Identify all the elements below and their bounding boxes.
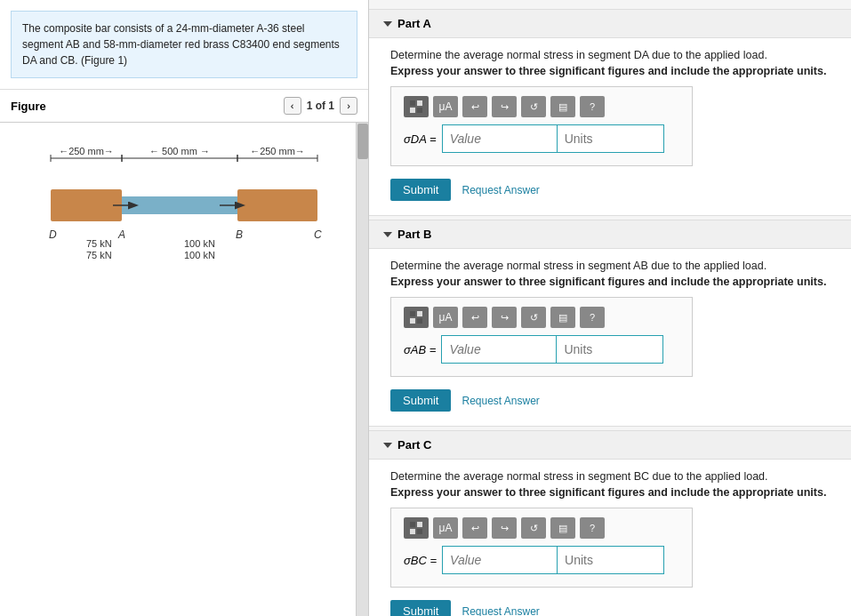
part-b-submit-row: Submit Request Answer: [390, 389, 830, 412]
part-c-help-btn[interactable]: ?: [580, 517, 605, 539]
part-a-sigma-label: σDA =: [404, 132, 437, 146]
svg-text:←250 mm→: ←250 mm→: [59, 146, 114, 156]
svg-text:75 kN: 75 kN: [86, 238, 112, 249]
figure-label: Figure: [11, 100, 46, 113]
part-a-header: Part A: [369, 10, 851, 38]
part-b-toolbar: μA ↩ ↪ ↺ ▤ ?: [404, 307, 679, 328]
part-c-sigma-label: σBC =: [404, 554, 437, 567]
part-b-section: Part B Determine the average normal stre…: [369, 220, 851, 427]
part-c-submit-row: Submit Request Answer: [390, 600, 830, 616]
part-b-header: Part B: [369, 220, 851, 249]
part-a-grid-btn[interactable]: [404, 96, 429, 117]
figure-scroll-area: ←250 mm→ ← 500 mm → ←250 mm→: [0, 122, 368, 616]
part-c-section: Part C Determine the average normal stre…: [369, 430, 851, 616]
figure-header: Figure ‹ 1 of 1 ›: [0, 89, 368, 122]
svg-text:←250 mm→: ←250 mm→: [250, 146, 305, 156]
part-b-chevron[interactable]: [383, 232, 392, 237]
part-b-sigma-label: σAB =: [404, 343, 436, 356]
part-b-body: Determine the average normal stress in s…: [369, 249, 851, 426]
part-c-title: Part C: [397, 438, 431, 452]
part-b-undo-btn[interactable]: ↩: [462, 307, 487, 328]
part-a-undo-btn[interactable]: ↩: [462, 96, 487, 117]
part-a-question: Determine the average normal stress in s…: [390, 49, 830, 61]
part-b-units-input[interactable]: [557, 335, 663, 364]
part-a-refresh-btn[interactable]: ↺: [521, 96, 546, 117]
part-a-value-input[interactable]: [442, 124, 558, 153]
part-b-mu-btn[interactable]: μA: [433, 307, 458, 328]
part-c-redo-btn[interactable]: ↪: [492, 517, 517, 539]
part-a-toolbar: μA ↩ ↪ ↺ ▤ ?: [404, 96, 679, 117]
part-a-title: Part A: [397, 17, 431, 30]
part-c-header: Part C: [369, 431, 851, 460]
svg-text:B: B: [236, 228, 243, 241]
part-c-units-input[interactable]: [558, 546, 664, 574]
part-a-submit-row: Submit Request Answer: [390, 179, 830, 201]
part-c-undo-btn[interactable]: ↩: [462, 517, 487, 539]
part-c-doc-btn[interactable]: ▤: [550, 517, 575, 539]
part-b-title: Part B: [397, 228, 431, 241]
part-a-redo-btn[interactable]: ↪: [492, 96, 517, 117]
part-b-grid-btn[interactable]: [404, 307, 429, 328]
part-c-request-answer[interactable]: Request Answer: [462, 605, 539, 617]
next-figure-button[interactable]: ›: [340, 97, 357, 115]
figure-scroll-thumb[interactable]: [357, 124, 368, 159]
svg-text:← 500 mm →: ← 500 mm →: [149, 146, 210, 156]
svg-text:C: C: [314, 228, 322, 241]
svg-text:100 kN: 100 kN: [184, 250, 215, 260]
part-a-input-row: σDA =: [404, 124, 679, 153]
part-b-doc-btn[interactable]: ▤: [550, 307, 575, 328]
part-c-toolbar: μA ↩ ↪ ↺ ▤ ?: [404, 517, 679, 539]
part-b-instruction: Express your answer to three significant…: [390, 276, 830, 288]
part-a-request-answer[interactable]: Request Answer: [462, 184, 539, 196]
part-a-section: Part A Determine the average normal stre…: [369, 9, 851, 216]
part-c-refresh-btn[interactable]: ↺: [521, 517, 546, 539]
figure-scrollbar[interactable]: [356, 123, 368, 616]
part-b-request-answer[interactable]: Request Answer: [462, 395, 539, 407]
figure-svg: ←250 mm→ ← 500 mm → ←250 mm→: [15, 140, 353, 283]
part-a-units-input[interactable]: [558, 124, 664, 153]
problem-description: The composite bar consists of a 24-mm-di…: [11, 11, 357, 78]
part-b-submit-button[interactable]: Submit: [390, 389, 451, 412]
part-a-help-btn[interactable]: ?: [580, 96, 605, 117]
figure-area: Figure ‹ 1 of 1 › ←250 mm→: [0, 89, 368, 616]
part-b-redo-btn[interactable]: ↪: [492, 307, 517, 328]
svg-rect-14: [237, 189, 317, 221]
part-a-mu-btn[interactable]: μA: [433, 96, 458, 117]
left-panel: The composite bar consists of a 24-mm-di…: [0, 0, 369, 616]
figure-page: 1 of 1: [307, 100, 334, 112]
svg-text:D: D: [49, 228, 57, 241]
prev-figure-button[interactable]: ‹: [284, 97, 301, 115]
part-c-value-input[interactable]: [442, 546, 558, 574]
part-b-question: Determine the average normal stress in s…: [390, 260, 830, 272]
svg-rect-12: [51, 189, 122, 221]
part-c-chevron[interactable]: [383, 443, 392, 448]
part-c-instruction: Express your answer to three significant…: [390, 486, 830, 499]
part-b-help-btn[interactable]: ?: [580, 307, 605, 328]
part-c-submit-button[interactable]: Submit: [390, 600, 451, 616]
part-a-submit-button[interactable]: Submit: [390, 179, 451, 201]
part-c-body: Determine the average normal stress in s…: [369, 460, 851, 616]
part-c-input-row: σBC =: [404, 546, 679, 574]
problem-text: The composite bar consists of a 24-mm-di…: [22, 22, 340, 67]
right-panel: Part A Determine the average normal stre…: [369, 0, 851, 616]
figure-navigation: ‹ 1 of 1 ›: [284, 97, 357, 115]
part-c-grid-btn[interactable]: [404, 517, 429, 539]
part-b-value-input[interactable]: [441, 335, 557, 364]
part-b-refresh-btn[interactable]: ↺: [521, 307, 546, 328]
part-a-answer-box: μA ↩ ↪ ↺ ▤ ? σDA =: [390, 86, 693, 166]
part-a-chevron[interactable]: [383, 21, 392, 27]
part-b-input-row: σAB =: [404, 335, 679, 364]
part-a-instruction: Express your answer to three significant…: [390, 65, 830, 77]
part-a-body: Determine the average normal stress in s…: [369, 38, 851, 215]
part-c-question: Determine the average normal stress in s…: [390, 470, 830, 483]
svg-text:75 kN: 75 kN: [86, 250, 112, 260]
part-c-answer-box: μA ↩ ↪ ↺ ▤ ? σBC =: [390, 508, 693, 588]
part-c-mu-btn[interactable]: μA: [433, 517, 458, 539]
part-b-answer-box: μA ↩ ↪ ↺ ▤ ? σAB =: [390, 297, 693, 377]
svg-text:100 kN: 100 kN: [184, 238, 215, 249]
svg-text:A: A: [117, 228, 125, 241]
part-a-doc-btn[interactable]: ▤: [550, 96, 575, 117]
